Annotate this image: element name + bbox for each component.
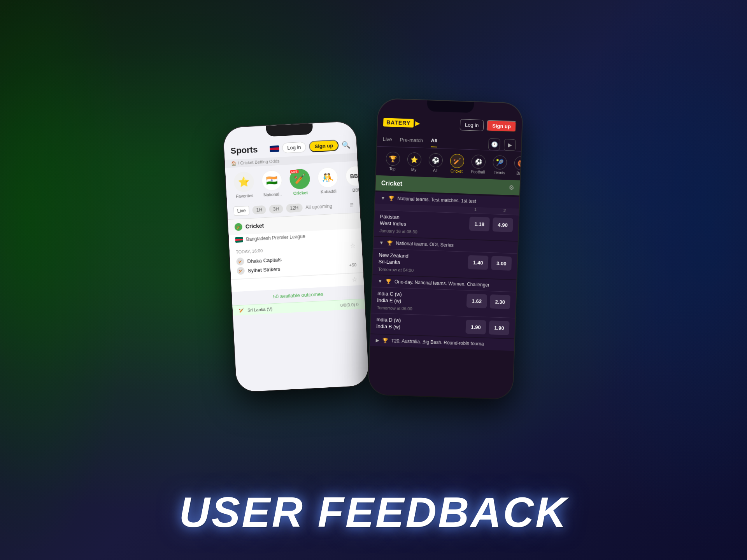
category-bbl[interactable]: BBL BBL	[344, 165, 359, 193]
teams-row: Pakistan West Indies January 16 at 08:30…	[379, 214, 513, 238]
cricket-circle: 🏏	[450, 154, 464, 168]
sport-football[interactable]: ⚽ Football	[467, 153, 489, 176]
category-scroll[interactable]: ⭐ Favorites 🇮🇳 National . LIVE 🏏 Cricket	[225, 161, 359, 204]
favorite-star[interactable]: ☆	[350, 242, 356, 250]
section1-title: National teams. Test matches. 1st test	[397, 196, 514, 205]
right-login-button[interactable]: Log in	[460, 119, 484, 131]
filter-3h[interactable]: 3H	[269, 205, 283, 214]
match-pakistan-windies[interactable]: Pakistan West Indies January 16 at 08:30…	[374, 210, 519, 241]
user-feedback-text: USER FEEDBACK	[0, 487, 747, 537]
breadcrumb-page: Cricket Betting Odds	[240, 159, 279, 165]
football-circle: ⚽	[471, 154, 486, 169]
filter-1h[interactable]: 1H	[252, 205, 266, 215]
football-label: Football	[471, 170, 485, 174]
clock-icon[interactable]: 🕐	[488, 138, 500, 150]
sport-cricket[interactable]: 🏏 Cricket	[446, 152, 468, 175]
sport-tennis[interactable]: 🎾 Tennis	[489, 154, 511, 177]
category-kabaddi[interactable]: 🤼 Kabaddi	[316, 167, 340, 194]
sport-all[interactable]: ⚽ All	[424, 151, 447, 175]
batery-arrow: ▶	[415, 119, 420, 127]
odd-3-00[interactable]: 3.00	[491, 256, 512, 271]
match-time-tomorrow-06: Tomorrow at 06:00	[377, 305, 412, 311]
left-phone-notch	[266, 123, 313, 136]
odd-1-90a[interactable]: 1.90	[465, 320, 486, 334]
phone-left: Sports Log in Sign up 🔍 🏠 / Cricket Bett…	[223, 121, 369, 392]
section2-title: National teams. ODI. Series	[396, 241, 512, 250]
bbl-icon: BBL	[345, 165, 359, 187]
second-star[interactable]: ☆	[352, 276, 358, 284]
section3-title: One-day. National teams. Women. Challeng…	[395, 279, 511, 288]
right-signup-button[interactable]: Sign up	[487, 120, 517, 133]
sport-my[interactable]: ⭐ My	[403, 150, 425, 174]
team-nz: New Zealand	[379, 252, 414, 259]
tab-live[interactable]: Live	[382, 136, 392, 145]
tennis-circle: 🎾	[493, 155, 507, 170]
section3-chevron: ▼	[378, 278, 382, 284]
odd-1-62[interactable]: 1.62	[466, 294, 487, 308]
odd-1-90b[interactable]: 1.90	[489, 320, 509, 335]
odd-4-90[interactable]: 4.90	[493, 217, 513, 232]
section-women: ▼ 🏆 One-day. National teams. Women. Chal…	[370, 275, 516, 338]
filter-live[interactable]: Live	[233, 206, 249, 216]
team-india-c: India C (w)	[377, 290, 413, 298]
match-india-c-e[interactable]: India C (w) India E (w) Tomorrow at 06:0…	[371, 287, 516, 318]
top-circle: 🏆	[386, 152, 400, 166]
team2-logo: 🏏	[237, 267, 245, 275]
odds-col-2: 2	[496, 208, 513, 213]
category-cricket[interactable]: LIVE 🏏 Cricket	[288, 168, 312, 196]
flag-icon	[270, 145, 279, 152]
virtual-score: 0/0(0.0) 0	[340, 302, 359, 307]
left-login-button[interactable]: Log in	[282, 142, 307, 153]
my-label: My	[411, 168, 417, 172]
category-favorites[interactable]: ⭐ Favorites	[231, 171, 256, 199]
section4-trophy: 🏆	[382, 338, 388, 343]
odds-col-1: 1	[466, 207, 484, 212]
odds-pair-4: 1.90 1.90	[465, 320, 509, 335]
favorites-icon: ⭐	[233, 171, 254, 192]
sport-icons-row[interactable]: 🏆 Top ⭐ My ⚽ All 🏏 Cricket	[376, 147, 521, 180]
team-pakistan: Pakistan	[380, 214, 418, 220]
section1-chevron: ▼	[381, 195, 385, 201]
team1-logo: 🏏	[236, 257, 244, 266]
main-content: Sports Log in Sign up 🔍 🏠 / Cricket Bett…	[0, 0, 747, 560]
team-sl: Sri-Lanka	[378, 259, 414, 266]
right-header-buttons: Log in Sign up	[460, 119, 517, 132]
cricket-category-icon: LIVE 🏏	[289, 168, 310, 190]
odds-pair-2: 1.40 3.00	[468, 255, 512, 271]
filter-icon[interactable]: ≡	[349, 201, 353, 208]
right-phone-notch	[427, 100, 474, 113]
play-icon[interactable]: ▶	[504, 139, 516, 151]
filter-all-upcoming[interactable]: All upcoming	[305, 203, 332, 210]
team-india-b: India B (w)	[376, 323, 401, 330]
match-nz-sl[interactable]: New Zealand Sri-Lanka Tomorrow at 04:00 …	[373, 248, 517, 280]
search-icon[interactable]: 🔍	[342, 140, 351, 149]
league-flag	[235, 237, 243, 243]
breadcrumb-home: 🏠 /	[231, 161, 240, 166]
section4-title: T20. Australia. Big Bash. Round-robin to…	[391, 338, 509, 348]
odd-1-40[interactable]: 1.40	[468, 255, 488, 270]
section4-chevron: ▶	[375, 338, 379, 343]
match-time-tomorrow-04: Tomorrow at 04:00	[378, 267, 414, 273]
team-names-3: India C (w) India E (w) Tomorrow at 06:0…	[377, 290, 413, 311]
top-label: Top	[389, 167, 395, 172]
filter-icon[interactable]: ⚙	[509, 184, 514, 191]
right-phone-content: BATERY ▶ Log in Sign up Live Pre-match A…	[368, 112, 522, 399]
match-time-jan16: January 16 at 08:30	[379, 228, 417, 234]
match-time: TODAY, 16:00	[236, 248, 263, 254]
bask-label: Bask	[516, 171, 521, 176]
odd-2-30[interactable]: 2.30	[490, 294, 510, 309]
tab-prematch[interactable]: Pre-match	[400, 136, 423, 146]
left-signup-button[interactable]: Sign up	[309, 140, 339, 152]
sport-bask[interactable]: 🏀 Bask	[510, 154, 521, 178]
left-phone-content: Sports Log in Sign up 🔍 🏠 / Cricket Bett…	[224, 135, 369, 392]
odd-1-18[interactable]: 1.18	[469, 217, 490, 231]
outcomes-count: +50	[349, 262, 356, 268]
all-circle: ⚽	[428, 153, 443, 167]
section-test-matches: ▼ 🏆 National teams. Test matches. 1st te…	[374, 192, 519, 241]
category-national[interactable]: 🇮🇳 National .	[260, 170, 284, 197]
national-label: National .	[263, 192, 282, 197]
sport-top[interactable]: 🏆 Top	[382, 150, 404, 173]
filter-12h[interactable]: 12H	[286, 203, 303, 213]
favorites-label: Favorites	[236, 193, 254, 199]
tab-all[interactable]: All	[431, 137, 437, 147]
